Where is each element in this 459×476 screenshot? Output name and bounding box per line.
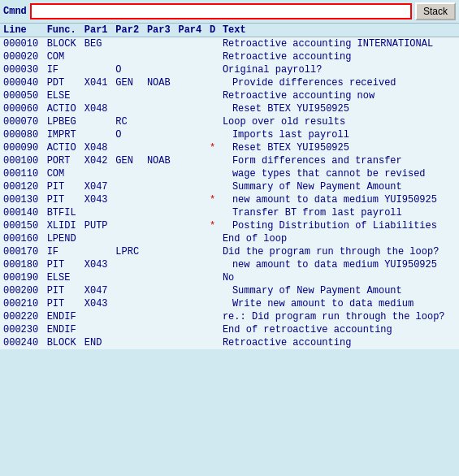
col-func: Func.	[44, 24, 81, 37]
cell-text: Provide differences received	[219, 76, 459, 89]
cell-d	[206, 102, 219, 115]
cell-par3	[144, 297, 175, 310]
table-row[interactable]: 000110 COM wage types that cannot be rev…	[0, 167, 459, 180]
cell-line: 000230	[0, 323, 44, 336]
cell-par3: NOAB	[144, 76, 175, 89]
cell-line: 000220	[0, 310, 44, 323]
table-row[interactable]: 000020 COM Retroactive accounting	[0, 50, 459, 63]
table-row[interactable]: 000220 ENDIF re.: Did program run throug…	[0, 310, 459, 323]
cell-d: *	[206, 193, 219, 206]
table-row[interactable]: 000210 PIT X043 Write new amount to data…	[0, 297, 459, 310]
cell-func: ELSE	[44, 271, 81, 284]
cell-line: 000180	[0, 258, 44, 271]
cell-text: Form differences and transfer	[219, 154, 459, 167]
cell-par4	[175, 154, 206, 167]
cell-line: 000200	[0, 284, 44, 297]
cell-func: PIT	[44, 180, 81, 193]
table-row[interactable]: 000090 ACTIO X048 * Reset BTEX YUI950925	[0, 141, 459, 154]
cell-text: Retroactive accounting now	[219, 89, 459, 102]
cell-par1	[81, 167, 113, 180]
cmnd-input[interactable]	[30, 3, 412, 19]
cell-func: XLIDI	[44, 219, 81, 232]
table-row[interactable]: 000120 PIT X047 Summary of New Payment A…	[0, 180, 459, 193]
cell-text: Reset BTEX YUI950925	[219, 141, 459, 154]
table-row[interactable]: 000240 BLOCK END Retroactive accounting	[0, 336, 459, 349]
cell-par2	[112, 297, 144, 310]
cell-par2: GEN	[112, 76, 144, 89]
table-row[interactable]: 000130 PIT X043 * new amount to data med…	[0, 193, 459, 206]
cell-par1: PUTP	[81, 219, 113, 232]
cell-par4	[175, 232, 206, 245]
cell-d	[206, 63, 219, 76]
cell-par4	[175, 206, 206, 219]
cell-par2	[112, 180, 144, 193]
cell-line: 000140	[0, 206, 44, 219]
cell-par1	[81, 115, 113, 128]
cell-par2	[112, 167, 144, 180]
cell-par1: BEG	[81, 37, 113, 51]
cell-func: PIT	[44, 193, 81, 206]
cell-line: 000020	[0, 50, 44, 63]
cell-text: Imports last payroll	[219, 128, 459, 141]
cell-text: re.: Did program run through the loop?	[219, 310, 459, 323]
cell-par4	[175, 115, 206, 128]
table-row[interactable]: 000200 PIT X047 Summary of New Payment A…	[0, 284, 459, 297]
cell-func: LPEND	[44, 232, 81, 245]
table-row[interactable]: 000170 IF LPRC Did the program run throu…	[0, 245, 459, 258]
cell-line: 000130	[0, 193, 44, 206]
cell-d	[206, 284, 219, 297]
table-row[interactable]: 000180 PIT X043 new amount to data mediu…	[0, 258, 459, 271]
cell-d	[206, 115, 219, 128]
cell-par2	[112, 336, 144, 349]
cell-func: COM	[44, 50, 81, 63]
cell-par3	[144, 258, 175, 271]
cell-par1: X047	[81, 284, 113, 297]
cell-par3	[144, 336, 175, 349]
cell-par1: X048	[81, 102, 113, 115]
cell-d	[206, 271, 219, 284]
cell-d	[206, 310, 219, 323]
cell-par1: X048	[81, 141, 113, 154]
cell-par4	[175, 37, 206, 51]
cell-par3	[144, 206, 175, 219]
table-row[interactable]: 000060 ACTIO X048 Reset BTEX YUI950925	[0, 102, 459, 115]
cell-text: Write new amount to data medium	[219, 297, 459, 310]
table-row[interactable]: 000140 BTFIL Transfer BT from last payro…	[0, 206, 459, 219]
cell-par4	[175, 297, 206, 310]
table-row[interactable]: 000230 ENDIF End of retroactive accounti…	[0, 323, 459, 336]
table-row[interactable]: 000070 LPBEG RC Loop over old results	[0, 115, 459, 128]
cell-text: End of retroactive accounting	[219, 323, 459, 336]
table-row[interactable]: 000050 ELSE Retroactive accounting now	[0, 89, 459, 102]
cell-par1	[81, 128, 113, 141]
cell-line: 000060	[0, 102, 44, 115]
cell-text: Did the program run through the loop?	[219, 245, 459, 258]
cell-d	[206, 180, 219, 193]
cell-par4	[175, 76, 206, 89]
cell-par1	[81, 323, 113, 336]
col-par1: Par1	[81, 24, 113, 37]
cell-par1	[81, 63, 113, 76]
cell-par4	[175, 128, 206, 141]
cell-line: 000150	[0, 219, 44, 232]
stack-button[interactable]: Stack	[415, 2, 456, 20]
cell-par1: X042	[81, 154, 113, 167]
table-row[interactable]: 000080 IMPRT O Imports last payroll	[0, 128, 459, 141]
table-row[interactable]: 000160 LPEND End of loop	[0, 232, 459, 245]
cell-par3	[144, 63, 175, 76]
cell-line: 000080	[0, 128, 44, 141]
cell-d	[206, 258, 219, 271]
cell-func: PIT	[44, 297, 81, 310]
cell-d	[206, 89, 219, 102]
cell-par3	[144, 323, 175, 336]
table-row[interactable]: 000030 IF O Original payroll?	[0, 63, 459, 76]
table-row[interactable]: 000010 BLOCK BEG Retroactive accounting …	[0, 37, 459, 51]
cell-func: ENDIF	[44, 323, 81, 336]
cell-line: 000240	[0, 336, 44, 349]
cell-text: Retroactive accounting	[219, 336, 459, 349]
table-row[interactable]: 000190 ELSE No	[0, 271, 459, 284]
cell-func: BLOCK	[44, 336, 81, 349]
cell-par4	[175, 193, 206, 206]
table-row[interactable]: 000100 PORT X042 GEN NOAB Form differenc…	[0, 154, 459, 167]
table-row[interactable]: 000040 PDT X041 GEN NOAB Provide differe…	[0, 76, 459, 89]
table-row[interactable]: 000150 XLIDI PUTP * Posting Distribution…	[0, 219, 459, 232]
